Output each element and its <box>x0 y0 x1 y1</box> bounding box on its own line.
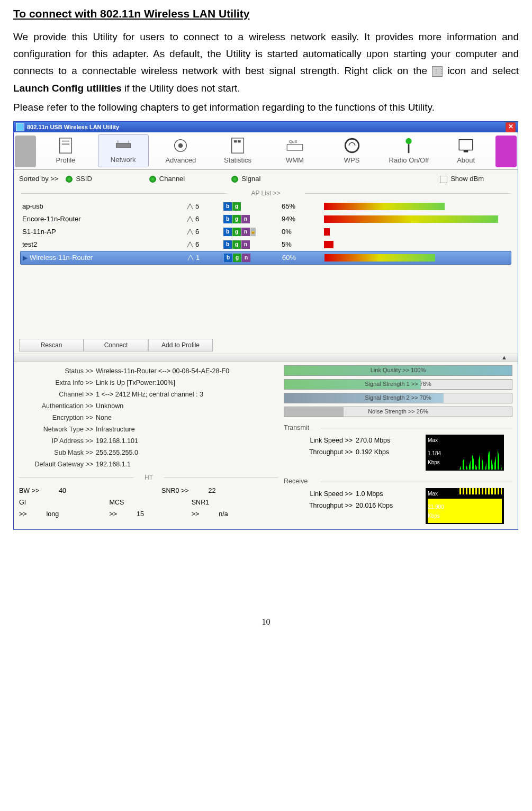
sort-signal[interactable]: Signal <box>231 173 260 185</box>
svg-rect-0 <box>60 138 72 153</box>
svg-rect-17 <box>464 150 468 152</box>
tab-statistics[interactable]: Statistics <box>213 136 263 167</box>
ap-row[interactable]: test26bgn5% <box>20 238 511 251</box>
intro-p1d: if the Utility does not start. <box>124 83 240 94</box>
receive-title: Receive <box>284 476 512 487</box>
tx-max-label: Max <box>428 436 502 445</box>
channel-icon <box>186 203 194 210</box>
ap-row[interactable]: ▶Wireless-11n-Router1bgn60% <box>20 251 511 265</box>
tx-max-value: 1.184 <box>428 449 502 458</box>
details-panel: Status >>Wireless-11n-Router <--> 00-08-… <box>14 362 518 530</box>
ap-percent: 0% <box>282 226 319 238</box>
ap-row[interactable]: ap-usb5bg65% <box>20 200 511 213</box>
channel-icon <box>186 215 194 223</box>
channel-label: Channel >> <box>19 389 96 400</box>
lock-icon: 🔒 <box>250 228 256 236</box>
gi-value: long <box>47 510 59 518</box>
mode-chip-g: g <box>232 228 241 236</box>
intro-p2: Please refer to the following chapters t… <box>13 99 519 116</box>
auth-label: Authentication >> <box>19 400 96 412</box>
rx-max-value: 21.900 <box>428 502 502 511</box>
status-value: Wireless-11n-Router <--> 00-08-54-AE-28-… <box>96 365 229 377</box>
systray-icon <box>432 66 443 77</box>
rx-linkspeed-label: Link Speed >> <box>284 488 356 500</box>
mode-chip-n: n <box>242 254 250 262</box>
mcs-value: 15 <box>137 510 144 518</box>
mode-chip-n: n <box>241 228 250 236</box>
ap-row[interactable]: S1-11n-AP6bgn🔒0% <box>20 226 511 238</box>
mode-chip-b: b <box>223 240 232 249</box>
tab-wmm[interactable]: QoSWMM <box>270 136 320 167</box>
radio-icon <box>231 176 238 183</box>
svg-rect-16 <box>459 140 473 150</box>
snr0-label: SNR0 >> <box>161 487 188 494</box>
svg-rect-9 <box>234 140 237 142</box>
ap-row[interactable]: Encore-11n-Router6bgn94% <box>20 213 511 226</box>
mask-value: 255.255.255.0 <box>96 447 138 458</box>
mode-chip-g: g <box>233 254 241 262</box>
svg-text:QoS: QoS <box>289 140 297 145</box>
rx-throughput-label: Throughput >> <box>284 500 356 511</box>
close-icon[interactable]: ✕ <box>506 122 516 132</box>
title-bar[interactable]: 802.11n USB Wireless LAN Utility ✕ <box>14 122 518 132</box>
radio-icon <box>149 176 156 183</box>
tx-throughput-label: Throughput >> <box>284 446 356 458</box>
ap-channel: 5 <box>195 201 199 212</box>
ap-channel: 6 <box>195 226 199 238</box>
tab-advanced[interactable]: Advanced <box>156 136 205 167</box>
tab-about[interactable]: About <box>441 136 491 167</box>
sort-ssid[interactable]: SSID <box>66 173 92 185</box>
snr0-value: 22 <box>208 487 215 494</box>
mode-chip-n: n <box>241 240 250 249</box>
ap-list-header: AP List >> <box>21 188 510 199</box>
connect-button[interactable]: Connect <box>84 339 148 352</box>
ip-value: 192.168.1.101 <box>96 435 138 447</box>
channel-icon <box>186 228 194 236</box>
ap-percent: 5% <box>282 239 319 250</box>
signal2-bar: Signal Strength 2 >> 70% <box>284 393 512 403</box>
mask-label: Sub Mask >> <box>19 447 96 458</box>
utility-window: 802.11n USB Wireless LAN Utility ✕ Profi… <box>13 121 518 530</box>
collapse-bar[interactable]: ▲ <box>14 354 518 362</box>
mode-chip-g: g <box>232 202 241 211</box>
play-icon: ▶ <box>23 254 28 262</box>
ap-percent: 60% <box>282 252 319 264</box>
gi-label: GI >> <box>19 499 27 518</box>
window-title: 802.11n USB Wireless LAN Utility <box>27 122 119 132</box>
ap-ssid: test2 <box>22 240 37 248</box>
status-label: Status >> <box>19 365 96 377</box>
tab-wps[interactable]: WPS <box>327 136 377 167</box>
rx-max-label: Max <box>428 489 502 498</box>
svg-point-14 <box>406 138 412 144</box>
add-profile-button[interactable]: Add to Profile <box>148 339 213 352</box>
ap-percent: 65% <box>282 201 319 212</box>
bw-value: 40 <box>59 487 66 494</box>
rescan-button[interactable]: Rescan <box>19 339 84 352</box>
tx-max-unit: Kbps <box>428 458 502 467</box>
nav-right-arrow[interactable] <box>495 136 517 167</box>
snr1-label: SNR1 >> <box>192 499 209 518</box>
tab-profile[interactable]: Profile <box>41 136 91 167</box>
tab-radio[interactable]: Radio On/Off <box>384 136 434 167</box>
section-heading: To connect with 802.11n Wireless LAN Uti… <box>13 4 519 23</box>
signal1-bar: Signal Strength 1 >> 76% <box>284 379 512 390</box>
page-number: 10 <box>13 615 519 629</box>
receive-graph: Max 21.900 Kbps <box>426 488 504 524</box>
mode-chip-g: g <box>232 240 241 249</box>
ap-ssid: Encore-11n-Router <box>22 215 81 223</box>
button-row: Rescan Connect Add to Profile <box>14 339 518 354</box>
ap-percent: 94% <box>282 213 319 225</box>
sort-channel[interactable]: Channel <box>149 173 185 185</box>
noise-bar: Noise Strength >> 26% <box>284 407 512 417</box>
svg-point-13 <box>345 139 359 152</box>
sort-row: Sorted by >> SSID Channel Signal Show dB… <box>14 170 518 188</box>
extrainfo-value: Link is Up [TxPower:100%] <box>96 377 175 389</box>
ap-channel: 1 <box>196 252 200 264</box>
channel-value: 1 <--> 2412 MHz; central channel : 3 <box>96 389 203 400</box>
tab-network[interactable]: Network <box>98 134 149 167</box>
radio-icon <box>66 176 73 183</box>
mode-chip-b: b <box>223 215 232 223</box>
nav-left-arrow[interactable] <box>15 136 36 167</box>
show-dbm-checkbox[interactable]: Show dBm <box>440 173 484 185</box>
mode-chip-n: n <box>241 215 250 223</box>
